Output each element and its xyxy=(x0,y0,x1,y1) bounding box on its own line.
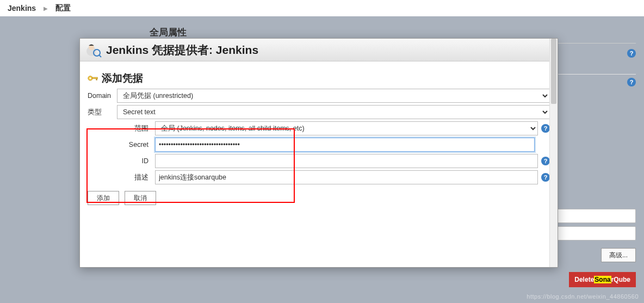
description-label: 描述 xyxy=(109,173,153,182)
svg-line-3 xyxy=(99,55,101,57)
modal-header: Jenkins 凭据提供者: Jenkins xyxy=(80,39,558,61)
help-icon[interactable]: ? xyxy=(627,49,636,58)
breadcrumb-page[interactable]: 配置 xyxy=(55,3,71,13)
watermark: https://blog.csdn.net/weixin_44860560 xyxy=(527,293,639,300)
description-input[interactable] xyxy=(155,170,538,184)
modal-body: 添加凭据 Domain 全局凭据 (unrestricted) 类型 Secre… xyxy=(80,61,558,267)
breadcrumb-root[interactable]: Jenkins xyxy=(8,4,36,13)
help-icon[interactable]: ? xyxy=(541,157,550,165)
credentials-modal: Jenkins 凭据提供者: Jenkins 添加凭据 Domain 全局凭据 … xyxy=(79,38,558,268)
scroll-thumb[interactable] xyxy=(551,39,556,104)
modal-title: Jenkins 凭据提供者: Jenkins xyxy=(106,42,258,58)
type-select[interactable]: Secret text xyxy=(117,105,550,119)
modal-scrollbar[interactable] xyxy=(549,39,558,267)
breadcrumb: Jenkins ▶ 配置 xyxy=(0,0,644,16)
key-icon xyxy=(88,75,98,82)
secret-input[interactable] xyxy=(155,138,535,152)
type-label: 类型 xyxy=(88,108,115,117)
help-icon[interactable]: ? xyxy=(541,173,550,182)
domain-select[interactable]: 全局凭据 (unrestricted) xyxy=(117,89,550,103)
id-label: ID xyxy=(109,157,153,165)
advanced-button[interactable]: 高级... xyxy=(601,248,636,262)
scope-label: 范围 xyxy=(109,124,153,133)
id-input[interactable] xyxy=(155,154,538,168)
delete-sonarqube-button[interactable]: DeleteSonarQube xyxy=(569,272,636,287)
cancel-button[interactable]: 取消 xyxy=(125,191,156,205)
section-title-add-credentials: 添加凭据 xyxy=(102,71,143,85)
add-button[interactable]: 添加 xyxy=(88,191,119,205)
scope-select[interactable]: 全局 (Jenkins, nodes, items, all child ite… xyxy=(155,121,538,135)
secret-label: Secret xyxy=(109,141,153,149)
help-icon[interactable]: ? xyxy=(627,78,636,86)
svg-rect-7 xyxy=(96,79,97,80)
breadcrumb-separator: ▶ xyxy=(44,5,48,11)
jenkins-icon xyxy=(85,42,102,58)
svg-point-5 xyxy=(89,78,91,79)
domain-label: Domain xyxy=(88,92,115,100)
help-icon[interactable]: ? xyxy=(541,124,550,133)
